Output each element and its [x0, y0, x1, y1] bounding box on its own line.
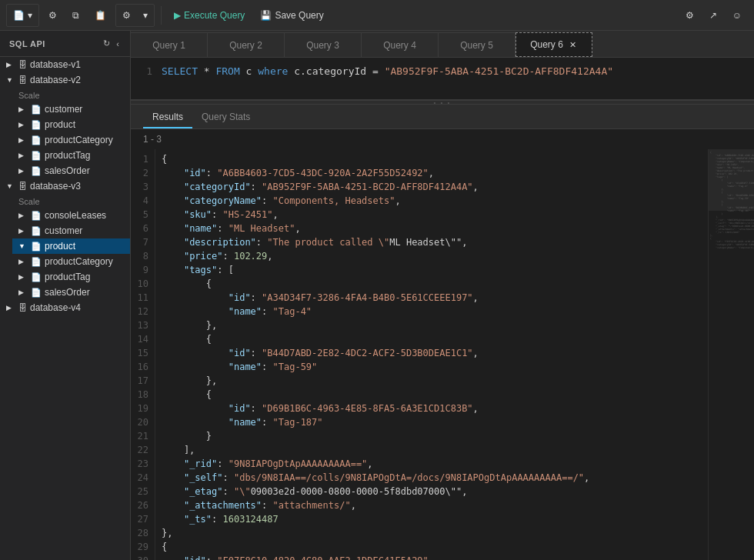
- sidebar-item-database-v4[interactable]: ▶ 🗄 database-v4: [0, 300, 130, 315]
- tab-query-3[interactable]: Query 3: [285, 32, 362, 57]
- sql-content[interactable]: SELECT * FROM c where c.categoryId = "AB…: [162, 64, 754, 93]
- productcategory-v2-label: productCategory: [45, 135, 113, 145]
- collection-icon: 📄: [31, 257, 42, 267]
- database-v1-label: database-v1: [30, 59, 81, 70]
- collection-icon: 📄: [31, 151, 42, 161]
- new-item-group: 📄 ▾: [6, 4, 39, 27]
- producttag-v3-label: productTag: [45, 272, 90, 282]
- sidebar-item-database-v3[interactable]: ▼ 🗄 database-v3: [0, 178, 130, 194]
- query-5-label: Query 5: [460, 40, 493, 51]
- collection-icon: 📄: [31, 105, 42, 115]
- consoleleases-v3-label: consoleLeases: [45, 210, 106, 221]
- tab-query-5[interactable]: Query 5: [439, 32, 515, 57]
- new-item-button[interactable]: 📄 ▾: [7, 5, 38, 26]
- copy-button[interactable]: ⧉: [66, 5, 85, 26]
- json-line: {: [162, 540, 702, 554]
- json-line: "categoryId": "AB952F9F-5ABA-4251-BC2D-A…: [162, 180, 702, 194]
- chevron-down-icon: ▾: [143, 10, 148, 21]
- sidebar-item-customer-v2[interactable]: ▶ 📄 customer: [12, 102, 130, 117]
- line-number-1: 1: [131, 64, 152, 79]
- toolbar-right: ⚙ ↗ ☺: [679, 5, 748, 26]
- save-query-button[interactable]: 💾 Save Query: [254, 5, 329, 26]
- sidebar-item-producttag-v2[interactable]: ▶ 📄 productTag: [12, 148, 130, 163]
- tab-query-4[interactable]: Query 4: [362, 32, 439, 57]
- feedback-button[interactable]: ☺: [726, 5, 748, 26]
- where-condition: c.categoryId =: [294, 65, 384, 77]
- database-v3-label: database-v3: [30, 181, 81, 192]
- chevron-down-icon: ▼: [6, 76, 15, 84]
- json-content[interactable]: { "id": "A6BB4603-7CD5-43DC-920A-2A2F55D…: [155, 149, 708, 560]
- sidebar-item-product-v2[interactable]: ▶ 📄 product: [12, 117, 130, 132]
- tab-query-1[interactable]: Query 1: [131, 32, 208, 57]
- json-line: "id": "F07F8C10-4820-4C80-AAE2-1DDEC41E5…: [162, 554, 702, 560]
- collection-icon-active: 📄: [31, 242, 42, 252]
- new-item-chevron: ▾: [28, 10, 32, 21]
- json-line: "name": "Tag-59": [162, 360, 702, 374]
- json-line: "name": "ML Headset",: [162, 222, 702, 235]
- json-line: "_attachments": "attachments/",: [162, 498, 702, 512]
- query-2-label: Query 2: [229, 40, 262, 51]
- chevron-right-icon: ▶: [18, 136, 28, 144]
- json-line: "price": 102.29,: [162, 249, 702, 263]
- close-tab-button[interactable]: ✕: [568, 40, 578, 50]
- sidebar-item-salesorder-v2[interactable]: ▶ 📄 salesOrder: [12, 163, 130, 178]
- settings-chevron-button[interactable]: ▾: [137, 5, 154, 26]
- collapse-button[interactable]: ‹: [115, 37, 121, 50]
- gear-icon: ⚙: [686, 10, 694, 21]
- json-line: "id": "A6BB4603-7CD5-43DC-920A-2A2F55D52…: [162, 166, 702, 180]
- sidebar-item-customer-v3[interactable]: ▶ 📄 customer: [12, 223, 130, 238]
- tab-query-2[interactable]: Query 2: [208, 32, 285, 57]
- salesorder-v3-label: salesOrder: [45, 287, 90, 298]
- play-icon: ▶: [174, 10, 181, 21]
- sidebar-item-salesorder-v3[interactable]: ▶ 📄 salesOrder: [12, 285, 130, 300]
- collection-icon: 📄: [31, 226, 42, 236]
- sidebar: SQL API ↻ ‹ ▶ 🗄 database-v1 ▼ 🗄 database…: [0, 31, 131, 560]
- gear-icon-button[interactable]: ⚙: [679, 5, 700, 26]
- json-line: }: [162, 429, 702, 443]
- refresh-button[interactable]: ↻: [102, 37, 112, 50]
- chevron-right-icon: ▶: [18, 121, 28, 128]
- sidebar-item-consoleleases-v3[interactable]: ▶ 📄 consoleLeases: [12, 208, 130, 223]
- collection-icon: 📄: [31, 211, 42, 221]
- query-3-label: Query 3: [306, 40, 339, 51]
- sidebar-item-productcategory-v3[interactable]: ▶ 📄 productCategory: [12, 254, 130, 269]
- feedback-icon: ☺: [732, 10, 742, 21]
- sidebar-item-database-v1[interactable]: ▶ 🗄 database-v1: [0, 57, 130, 72]
- share-button[interactable]: ↗: [703, 5, 723, 26]
- tab-query-stats[interactable]: Query Stats: [192, 107, 259, 128]
- open-query-button[interactable]: ⚙: [42, 5, 63, 26]
- new-document-icon: 📄: [13, 10, 25, 21]
- json-line: "name": "Tag-4": [162, 305, 702, 318]
- sidebar-item-productcategory-v2[interactable]: ▶ 📄 productCategory: [12, 132, 130, 148]
- settings-button[interactable]: ⚙: [116, 5, 137, 26]
- execute-label: Execute Query: [184, 10, 245, 21]
- database-v2-section: Scale ▶ 📄 customer ▶ 📄 product ▶ 📄 produ…: [0, 88, 130, 178]
- scale-label-v3: Scale: [12, 194, 130, 208]
- chevron-right-icon: ▶: [18, 258, 28, 265]
- collection-icon: 📄: [31, 120, 42, 130]
- chevron-right-icon: ▶: [18, 273, 28, 281]
- share-icon: ↗: [709, 10, 717, 21]
- paste-button[interactable]: 📋: [88, 5, 112, 26]
- chevron-down-icon: ▼: [18, 242, 28, 250]
- database-v2-label: database-v2: [30, 75, 81, 85]
- sidebar-header-buttons: ↻ ‹: [102, 37, 121, 50]
- json-line: {: [162, 152, 702, 166]
- json-line: "_etag": "\"09003e2d-0000-0800-0000-5f8d…: [162, 485, 702, 498]
- json-line: "id": "A34D34F7-3286-4FA4-B4B0-5E61CCEEE…: [162, 291, 702, 305]
- execute-query-button[interactable]: ▶ Execute Query: [168, 5, 251, 26]
- sidebar-item-producttag-v3[interactable]: ▶ 📄 productTag: [12, 269, 130, 285]
- database-v3-section: Scale ▶ 📄 consoleLeases ▶ 📄 customer ▼ 📄…: [0, 194, 130, 300]
- toolbar: 📄 ▾ ⚙ ⧉ 📋 ⚙ ▾ ▶ Execute Query 💾 Save Que…: [0, 0, 754, 31]
- minimap-highlight: [709, 149, 754, 211]
- tab-results[interactable]: Results: [143, 107, 192, 128]
- tab-query-6[interactable]: Query 6 ✕: [515, 32, 592, 57]
- collection-icon: 📄: [31, 135, 42, 145]
- chevron-right-icon: ▶: [6, 61, 15, 68]
- results-tab-label: Results: [152, 112, 183, 122]
- sidebar-item-product-v3[interactable]: ▼ 📄 product: [12, 238, 130, 254]
- sidebar-item-database-v2[interactable]: ▼ 🗄 database-v2: [0, 72, 130, 88]
- results-tabs: Results Query Stats: [131, 105, 754, 129]
- results-count: 1 - 3: [131, 129, 754, 149]
- json-line: "id": "B44D7ABD-2E82-4DC2-ACF2-5D3B0DEAE…: [162, 346, 702, 360]
